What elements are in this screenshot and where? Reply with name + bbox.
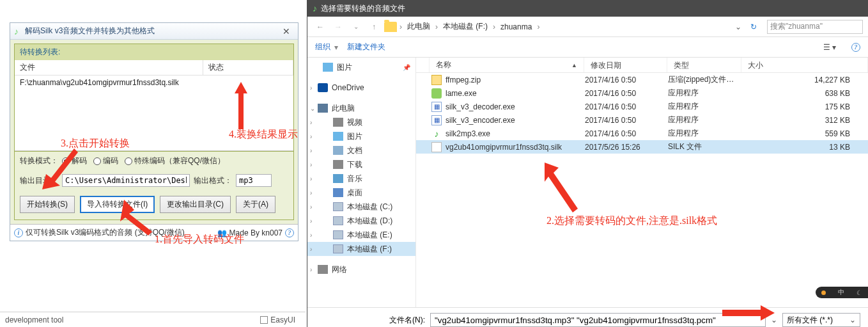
file-row[interactable]: ▦silk_v3_encoder.exe2017/4/16 0:50应用程序31… xyxy=(416,113,868,127)
chevron-right-icon: › xyxy=(310,161,312,168)
col-status[interactable]: 状态 xyxy=(203,60,293,75)
recent-button[interactable]: ⌄ xyxy=(348,19,364,35)
help-icon[interactable]: ? xyxy=(851,43,860,52)
crumb-folder[interactable]: zhuanma xyxy=(498,22,534,31)
tree-documents[interactable]: ›文档 xyxy=(307,143,415,157)
filetype-filter[interactable]: 所有文件 (*.*) ⌄ xyxy=(782,313,860,327)
list-item[interactable]: F:\zhuanma\vg2ub41omgipvrmur1fnssd3tq.si… xyxy=(15,76,293,90)
chevron-down-icon: ⌄ xyxy=(310,105,315,112)
filename-dropdown-icon[interactable]: ⌄ xyxy=(771,315,777,324)
chevron-right-icon: › xyxy=(310,133,312,140)
tree-drive-e[interactable]: ›本地磁盘 (E:) xyxy=(307,228,415,242)
radio-decode[interactable]: 解码 xyxy=(62,156,87,166)
radio-encode[interactable]: 编码 xyxy=(93,156,118,166)
tree-drive-c[interactable]: ›本地磁盘 (C:) xyxy=(307,200,415,214)
file-row[interactable]: ffmpeg.zip2017/4/16 0:50压缩(zipped)文件…14,… xyxy=(416,73,868,86)
start-button[interactable]: 开始转换(S) xyxy=(20,196,75,213)
organize-button[interactable]: 组织 xyxy=(315,42,330,52)
tree-pictures[interactable]: 图片📌 xyxy=(307,60,415,74)
refresh-icon[interactable]: ↻ xyxy=(747,22,761,31)
file-list-header[interactable]: 名称▲ 修改日期 类型 大小 xyxy=(416,58,868,73)
dialog-title: 选择需要转换的音频文件 xyxy=(321,3,405,14)
tree-drive-d[interactable]: ›本地磁盘 (D:) xyxy=(307,214,415,228)
change-outdir-button[interactable]: 更改输出目录(C) xyxy=(160,196,231,213)
file-date: 2017/4/16 0:50 xyxy=(578,102,662,111)
chevron-right-icon[interactable]: › xyxy=(435,22,438,31)
tree-drive-f[interactable]: ›本地磁盘 (F:) xyxy=(307,242,415,256)
radio-special[interactable]: 特殊编码（兼容QQ/微信） xyxy=(125,156,225,166)
chevron-right-icon: › xyxy=(310,246,312,253)
tree-music[interactable]: ›音乐 xyxy=(307,171,415,186)
file-size: 14,227 KB xyxy=(736,76,868,84)
chevron-right-icon[interactable]: › xyxy=(537,22,539,31)
tree-onedrive[interactable]: ›OneDrive xyxy=(307,81,415,95)
outfmt-input[interactable] xyxy=(236,174,272,187)
ime-lang: 中 xyxy=(838,288,844,297)
crumb-drive[interactable]: 本地磁盘 (F:) xyxy=(440,21,490,32)
tree-network[interactable]: ›网络 xyxy=(307,262,415,276)
col-file[interactable]: 文件 xyxy=(15,60,203,75)
app-titlebar[interactable]: ♪ 解码Silk v3音频文件并转换为其他格式 ✕ xyxy=(10,23,298,40)
folder-icon xyxy=(384,22,397,32)
file-list[interactable]: 文件 状态 F:\zhuanma\vg2ub41omgipvrmur1fnssd… xyxy=(15,60,293,151)
tree-desktop[interactable]: ›桌面 xyxy=(307,186,415,200)
dialog-toolbar: 组织 ▾ 新建文件夹 ☰ ▾ ? xyxy=(307,37,868,58)
crumb-thispc[interactable]: 此电脑 xyxy=(405,21,433,32)
address-dropdown[interactable]: ⌄ xyxy=(732,22,744,31)
chevron-right-icon[interactable]: › xyxy=(399,22,402,31)
easyui-item[interactable]: EasyUI xyxy=(260,315,306,324)
col-type: 类型 xyxy=(667,58,741,72)
app-title: 解码Silk v3音频文件并转换为其他格式 xyxy=(25,26,155,36)
up-button[interactable]: ↑ xyxy=(366,19,382,35)
dev-tool-label: development tool xyxy=(0,315,63,324)
file-type: 应用程序 xyxy=(662,101,736,112)
file-list-view[interactable]: 名称▲ 修改日期 类型 大小 ffmpeg.zip2017/4/16 0:50压… xyxy=(416,58,868,307)
folder-tree[interactable]: 图片📌 ›OneDrive ⌄此电脑 ›视频 ›图片 ›文档 ›下载 ›音乐 ›… xyxy=(307,58,416,307)
file-icon xyxy=(431,75,442,85)
file-type: 压缩(zipped)文件… xyxy=(662,74,736,85)
file-name: silk2mp3.exe xyxy=(446,129,490,138)
filename-input[interactable] xyxy=(430,313,766,327)
help-icon[interactable]: ? xyxy=(285,228,294,237)
author-icon: 👥 xyxy=(217,228,227,237)
file-row[interactable]: ♪silk2mp3.exe2017/4/16 0:50应用程序559 KB xyxy=(416,127,868,140)
file-size: 638 KB xyxy=(736,89,868,98)
file-row[interactable]: vg2ub41omgipvrmur1fnssd3tq.silk2017/5/26… xyxy=(416,140,868,154)
dialog-titlebar[interactable]: ♪ 选择需要转换的音频文件 xyxy=(307,0,868,17)
close-icon[interactable]: ✕ xyxy=(279,26,294,36)
tree-downloads[interactable]: ›下载 xyxy=(307,157,415,171)
dropdown-icon[interactable]: ▾ xyxy=(334,43,338,52)
chevron-right-icon[interactable]: › xyxy=(493,22,495,31)
ime-indicator[interactable]: 中 ☾ xyxy=(816,287,868,298)
newfolder-button[interactable]: 新建文件夹 xyxy=(347,42,385,52)
chevron-right-icon: › xyxy=(310,232,312,239)
sort-asc-icon: ▲ xyxy=(571,62,577,68)
chevron-down-icon: ⌄ xyxy=(849,315,856,324)
file-size: 175 KB xyxy=(736,102,868,111)
back-button[interactable]: ← xyxy=(313,19,328,35)
file-name: lame.exe xyxy=(446,89,477,98)
about-button[interactable]: 关于(A) xyxy=(236,196,275,213)
pin-icon: 📌 xyxy=(403,64,410,71)
app-icon: ♪ xyxy=(14,26,19,36)
file-row[interactable]: lame.exe2017/4/16 0:50应用程序638 KB xyxy=(416,86,868,100)
chevron-right-icon: › xyxy=(310,218,312,225)
file-date: 2017/4/16 0:50 xyxy=(578,129,662,138)
file-size: 559 KB xyxy=(736,129,868,138)
address-bar: ← → ⌄ ↑ › 此电脑 › 本地磁盘 (F:) › zhuanma › ⌄ … xyxy=(307,17,868,37)
tree-video[interactable]: ›视频 xyxy=(307,115,415,129)
file-row[interactable]: ▦silk_v3_decoder.exe2017/4/16 0:50应用程序17… xyxy=(416,100,868,113)
import-button[interactable]: 导入待转换文件(I) xyxy=(80,196,155,213)
search-input[interactable]: 搜索"zhuanma" xyxy=(767,20,863,34)
tree-thispc[interactable]: ⌄此电脑 xyxy=(307,101,415,115)
file-date: 2017/4/16 0:50 xyxy=(578,76,662,84)
checkbox-icon[interactable] xyxy=(260,316,268,324)
outdir-input[interactable] xyxy=(62,174,190,187)
panel-title: 待转换列表: xyxy=(15,44,293,60)
status-bar: i 仅可转换Silk v3编码格式的音频 (支持QQ/微信) 👥 Made By… xyxy=(10,224,298,241)
chevron-right-icon: › xyxy=(310,84,312,92)
file-name: ffmpeg.zip xyxy=(446,76,481,84)
view-options-icon[interactable]: ☰ ▾ xyxy=(823,43,836,52)
convert-list-panel: 待转换列表: 文件 状态 F:\zhuanma\vg2ub41omgipvrmu… xyxy=(14,44,294,152)
tree-pictures2[interactable]: ›图片 xyxy=(307,129,415,143)
